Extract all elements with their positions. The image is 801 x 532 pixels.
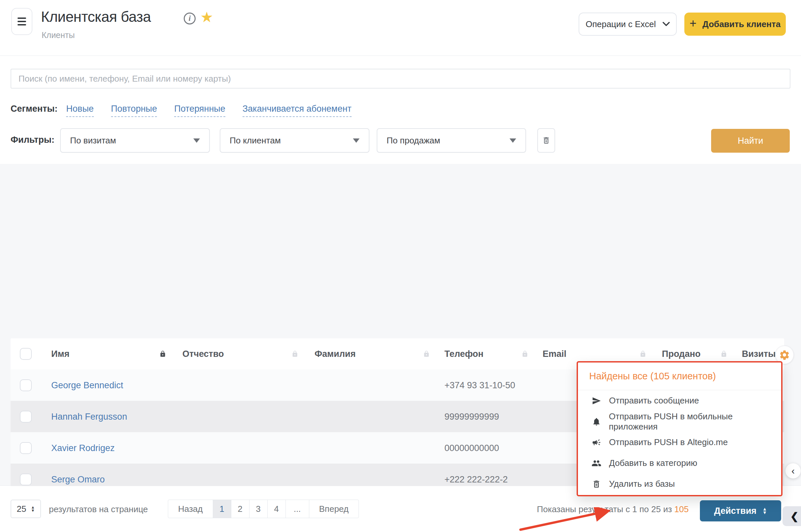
row-checkbox[interactable] (20, 411, 32, 423)
lock-icon[interactable] (640, 350, 646, 358)
column-header-last-name[interactable]: Фамилия (314, 349, 356, 359)
popup-item-push-mobile[interactable]: Отправить PUSH в мобильные приложения (578, 411, 781, 432)
filter-visits-label: По визитам (70, 135, 116, 146)
per-page-value: 25 (17, 504, 26, 514)
row-checkbox[interactable] (20, 379, 32, 391)
top-bar: Клиентская база i ★ Клиенты Операции с E… (0, 0, 801, 56)
select-arrows-icon: ▲▼ (31, 506, 35, 512)
chevron-left-icon: ‹ (792, 465, 795, 476)
popup-title: Найдены все (105 клиентов) (578, 362, 781, 390)
collapse-panel-button[interactable]: ‹ (785, 463, 801, 478)
send-icon (591, 396, 602, 405)
segment-link-repeat[interactable]: Повторные (111, 104, 157, 117)
column-header-middle-name[interactable]: Отчество (183, 349, 224, 359)
popup-item-label: Отправить PUSH в Altegio.me (609, 437, 728, 448)
select-all-checkbox[interactable] (20, 348, 32, 360)
actions-label: Действия (714, 506, 757, 516)
results-total: 105 (674, 504, 689, 514)
gear-icon (779, 349, 790, 361)
popup-item-delete[interactable]: Удалить из базы (578, 474, 781, 494)
client-name-link[interactable]: Serge Omaro (51, 474, 105, 484)
popup-item-push-altegio[interactable]: Отправить PUSH в Altegio.me (578, 432, 781, 453)
column-header-name[interactable]: Имя (51, 349, 70, 359)
actions-popup: Найдены все (105 клиентов) Отправить соо… (577, 361, 782, 496)
column-header-phone[interactable]: Телефон (444, 349, 483, 359)
pagination-forward-button[interactable]: Вперед (309, 500, 359, 518)
results-summary: Показаны результаты с 1 по 25 из 105 (537, 504, 689, 514)
column-header-sold[interactable]: Продано (662, 349, 701, 359)
star-icon[interactable]: ★ (200, 8, 213, 25)
pagination-page-2[interactable]: 2 (231, 500, 249, 518)
dropdown-arrow-icon (193, 138, 200, 143)
popup-item-add-category[interactable]: Добавить в категорию (578, 453, 781, 474)
plus-icon: + (690, 17, 697, 31)
row-checkbox[interactable] (20, 442, 32, 454)
client-name-link[interactable]: George Bennedict (51, 380, 123, 390)
popup-item-label: Удалить из базы (609, 479, 675, 489)
find-button[interactable]: Найти (711, 129, 790, 153)
filters-label: Фильтры: (11, 135, 55, 145)
collapse-corner-button[interactable]: ❮ (782, 506, 801, 526)
segment-link-lost[interactable]: Потерянные (174, 104, 225, 117)
filter-dropdown-visits[interactable]: По визитам (60, 128, 210, 153)
lock-icon[interactable] (423, 350, 430, 358)
excel-operations-label: Операции с Excel (586, 19, 656, 30)
users-icon (591, 458, 602, 468)
per-page-label: результатов на странице (49, 504, 148, 514)
lock-icon[interactable] (521, 350, 528, 358)
lock-icon[interactable] (720, 350, 727, 358)
header-divider (0, 56, 801, 56)
client-name-link[interactable]: Xavier Rodrigez (51, 443, 115, 453)
excel-operations-button[interactable]: Операции с Excel (578, 13, 677, 36)
popup-item-label: Добавить в категорию (609, 458, 697, 468)
client-name-link[interactable]: Hannah Fergusson (51, 412, 127, 422)
bell-icon (591, 417, 602, 426)
pagination-page-3[interactable]: 3 (249, 500, 268, 518)
popup-item-label: Отправить PUSH в мобильные приложения (609, 412, 781, 432)
actions-button[interactable]: Действия ▲▼ (700, 500, 781, 521)
sort-arrows-icon: ▲▼ (762, 507, 767, 514)
lock-icon[interactable] (291, 350, 299, 358)
chevron-left-icon: ❮ (790, 511, 798, 522)
trash-icon (591, 479, 602, 489)
pagination: Назад 1 2 3 4 ... Вперед (168, 500, 359, 518)
row-checkbox[interactable] (20, 474, 32, 486)
megaphone-icon (591, 438, 602, 447)
column-header-email[interactable]: Email (542, 349, 566, 359)
dropdown-arrow-icon (510, 138, 516, 143)
trash-icon (542, 136, 551, 145)
client-phone: +222 222-222-2 (444, 474, 508, 484)
filter-clients-label: По клиентам (230, 135, 281, 146)
per-page-select[interactable]: 25 ▲▼ (11, 500, 41, 518)
client-phone: +374 93 31-10-50 (444, 380, 515, 390)
breadcrumb: Клиенты (42, 31, 75, 40)
pagination-page-4[interactable]: 4 (267, 500, 286, 518)
popup-item-label: Отправить сообщение (609, 396, 699, 406)
filter-dropdown-sales[interactable]: По продажам (377, 128, 526, 153)
results-summary-text: Показаны результаты с 1 по 25 из (537, 504, 674, 514)
filter-sales-label: По продажам (387, 135, 440, 146)
search-input[interactable] (11, 69, 790, 89)
page-title: Клиентская база (41, 8, 151, 25)
segments-row: Сегменты: Новые Повторные Потерянные Зак… (11, 104, 369, 117)
add-client-button[interactable]: + Добавить клиента (684, 13, 786, 36)
filter-dropdown-clients[interactable]: По клиентам (220, 128, 369, 153)
segment-link-new[interactable]: Новые (66, 104, 94, 117)
client-phone: 99999999999 (444, 412, 499, 422)
popup-item-send-message[interactable]: Отправить сообщение (578, 390, 781, 411)
find-label: Найти (738, 136, 763, 146)
dropdown-arrow-icon (353, 138, 360, 143)
segments-label: Сегменты: (11, 104, 57, 114)
menu-button[interactable] (11, 8, 32, 35)
column-header-visits[interactable]: Визиты (742, 349, 776, 359)
add-client-label: Добавить клиента (703, 19, 781, 30)
client-phone: 00000000000 (444, 443, 499, 453)
pagination-ellipsis[interactable]: ... (286, 500, 309, 518)
clear-filters-button[interactable] (537, 128, 555, 153)
pagination-page-1[interactable]: 1 (213, 500, 231, 518)
pagination-back-button[interactable]: Назад (168, 500, 213, 518)
info-icon[interactable]: i (184, 13, 196, 24)
lock-icon[interactable] (159, 350, 166, 358)
segment-link-subscription-ending[interactable]: Заканчивается абонемент (243, 104, 351, 117)
chevron-down-icon (663, 22, 670, 26)
